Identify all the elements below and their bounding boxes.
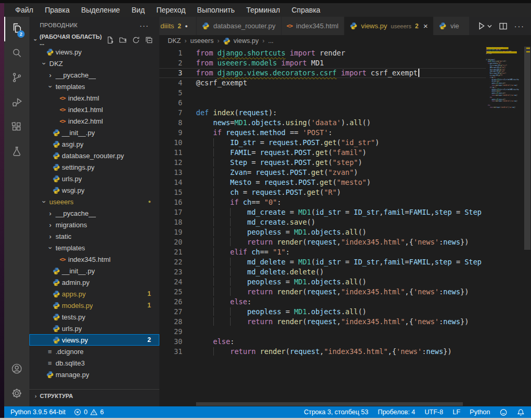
new-file-icon[interactable]	[106, 36, 114, 44]
tree-item-__pycache__[interactable]: ›__pycache__	[29, 207, 159, 219]
tree-item-index345.html[interactable]: <>index345.html	[29, 253, 159, 265]
python-icon	[202, 22, 210, 30]
status-language[interactable]: Python	[470, 408, 490, 416]
menu-run[interactable]: Выполнить	[191, 6, 241, 14]
tree-item-index2.html[interactable]: <>index2.html	[29, 115, 159, 127]
collapse-all-icon[interactable]	[145, 36, 153, 44]
tree-item-settings.py[interactable]: settings.py	[29, 161, 159, 173]
account-icon	[10, 362, 23, 377]
tree-item-label: __pycache__	[55, 209, 96, 217]
text-cursor	[418, 69, 419, 77]
tree-item-index.html[interactable]: <>index.html	[29, 92, 159, 104]
activity-accounts[interactable]	[4, 357, 29, 382]
tree-item-label: admin.py	[61, 279, 90, 286]
status-python-version[interactable]: Python 3.9.5 64-bit	[10, 408, 66, 416]
tree-item-apps.py[interactable]: apps.py1	[29, 288, 159, 300]
tree-item-static[interactable]: ›static	[29, 230, 159, 242]
tree-item-wsgi.py[interactable]: wsgi.py	[29, 184, 159, 196]
tree-item-views.py[interactable]: views.py2	[29, 334, 159, 346]
line-number: 5	[159, 88, 196, 98]
menu-edit[interactable]: Правка	[39, 6, 75, 14]
line-number: 19	[159, 227, 196, 237]
tree-item-templates[interactable]: ›templates	[29, 81, 159, 92]
breadcrumb-label: views.py	[233, 37, 258, 45]
tab-views-2[interactable]: vie	[434, 17, 469, 35]
menu-terminal[interactable]: Терминал	[241, 6, 286, 14]
line-number: 10	[159, 138, 196, 148]
menu-go[interactable]: Переход	[150, 6, 191, 14]
vertical-scrollbar[interactable]	[524, 47, 531, 406]
tree-item-.dcignore[interactable]: ≡.dcignore	[29, 346, 159, 357]
horizontal-scrollbar-thumb[interactable]	[196, 402, 463, 406]
menu-help[interactable]: Справка	[286, 6, 326, 14]
tree-item-label: models.py	[61, 302, 93, 310]
status-bar-left: Python 3.9.5 64-bit06	[10, 408, 104, 416]
breadcrumb-item-useeers[interactable]: useeers	[190, 37, 213, 45]
modified-dot: ●	[148, 199, 151, 204]
editor-group: diiits2●database_roouter.py<>index345.ht…	[159, 17, 531, 406]
tree-item-label: index1.html	[67, 106, 103, 114]
tree-item-admin.py[interactable]: admin.py	[29, 277, 159, 288]
more-actions-icon[interactable]: ···	[514, 22, 525, 30]
tree-item-migrations[interactable]: ›migrations	[29, 219, 159, 230]
tree-item-__init__.py[interactable]: __init__.py	[29, 265, 159, 277]
tree-item-label: views.py	[61, 336, 88, 344]
menu-selection[interactable]: Выделение	[75, 6, 126, 14]
tree-item-asgi.py[interactable]: asgi.py	[29, 138, 159, 150]
tree-item-tests.py[interactable]: tests.py	[29, 311, 159, 323]
tree-item-urls.py[interactable]: urls.py	[29, 323, 159, 334]
activity-testing[interactable]	[4, 140, 29, 164]
breadcrumb-item-[interactable]: ...	[268, 37, 273, 45]
activity-settings[interactable]	[4, 382, 29, 406]
tree-item-label: tests.py	[61, 313, 85, 321]
explorer-more-actions[interactable]: ···	[139, 21, 149, 30]
tree-item-__init__.py[interactable]: __init__.py	[29, 127, 159, 138]
breadcrumb-label: ...	[268, 37, 273, 45]
menu-file[interactable]: Файл	[9, 6, 39, 14]
status-cursor-position[interactable]: Строка 3, столбец 53	[304, 408, 369, 416]
workspace-section-header[interactable]: › (РАБОЧАЯ ОБЛАСТЬ) ...	[29, 34, 159, 46]
new-folder-icon[interactable]	[119, 36, 127, 44]
breadcrumb-item-DKZ[interactable]: DKZ	[168, 37, 181, 45]
run-python-file-button[interactable]	[477, 21, 492, 30]
refresh-icon[interactable]	[132, 36, 140, 44]
tree-item-urls.py[interactable]: urls.py	[29, 173, 159, 184]
status-notifications[interactable]	[517, 408, 525, 416]
editor-actions: ···	[471, 17, 531, 35]
status-encoding[interactable]: UTF-8	[425, 408, 443, 416]
tree-item-models.py[interactable]: models.py1	[29, 300, 159, 311]
status-problems[interactable]: 06	[74, 408, 104, 416]
tab-diiits[interactable]: diiits2●	[159, 17, 197, 35]
line-number: 27	[159, 307, 196, 317]
activity-source-control[interactable]	[4, 66, 29, 91]
tree-item-database_roouter.py[interactable]: database_roouter.py	[29, 150, 159, 161]
horizontal-scrollbar[interactable]	[196, 401, 486, 406]
tree-item-__pycache__[interactable]: ›__pycache__	[29, 69, 159, 81]
tree-item-manage.py[interactable]: manage.py	[29, 369, 159, 380]
menu-view[interactable]: Вид	[126, 6, 150, 14]
tab-views[interactable]: views.pyuseeers2×	[344, 17, 434, 35]
vertical-scrollbar-thumb[interactable]	[524, 47, 530, 250]
minimap[interactable]: 1from django.shortcuts import render2fro…	[486, 47, 524, 406]
status-eol[interactable]: LF	[452, 408, 460, 416]
tree-item-views.py[interactable]: views.py	[29, 46, 159, 58]
status-indentation[interactable]: Пробелов: 4	[378, 408, 415, 416]
status-feedback[interactable]	[500, 408, 507, 416]
tree-item-templates[interactable]: ›templates	[29, 242, 159, 253]
outline-section-header[interactable]: › СТРУКТУРА	[29, 389, 159, 402]
tree-item-db.sqlite3[interactable]: ≡db.sqlite3	[29, 357, 159, 369]
tab-database-roouter[interactable]: database_roouter.py	[197, 17, 281, 35]
code-editor[interactable]: 1from django.shortcuts import render2fro…	[159, 47, 531, 406]
close-icon[interactable]: ×	[423, 21, 428, 30]
tree-item-index1.html[interactable]: <>index1.html	[29, 104, 159, 115]
activity-extensions[interactable]	[4, 115, 29, 140]
tree-item-DKZ[interactable]: ›DKZ	[29, 58, 159, 69]
breadcrumb-item-viewspy[interactable]: views.py	[223, 37, 258, 45]
tab-index345[interactable]: <>index345.html	[281, 17, 344, 35]
activity-search[interactable]	[4, 41, 29, 66]
workbench: 2 ПРОВОДНИК ··· › (РАБОЧАЯ ОБЛАСТЬ) ... …	[4, 17, 531, 406]
split-editor-icon[interactable]	[499, 22, 507, 30]
activity-run-debug[interactable]	[4, 91, 29, 115]
activity-explorer[interactable]: 2	[4, 17, 29, 41]
tree-item-useeers[interactable]: ›useeers●	[29, 196, 159, 207]
